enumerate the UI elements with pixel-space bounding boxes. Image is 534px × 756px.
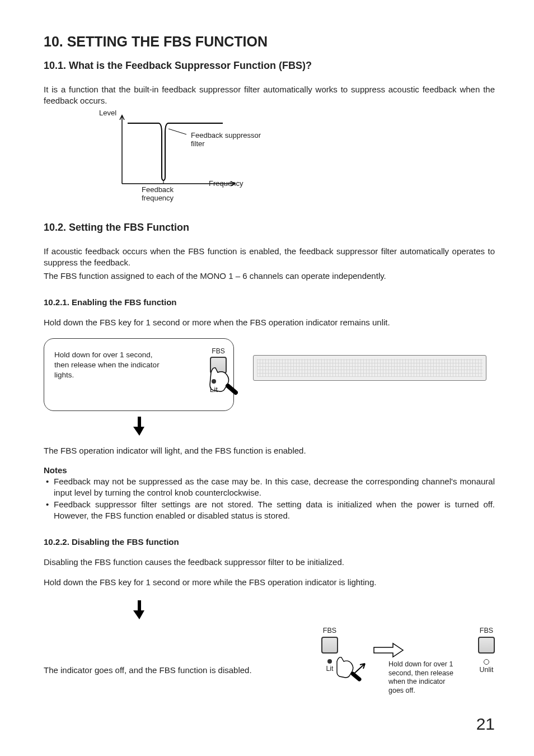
body-10-2b: The FBS function assigned to each of the…	[44, 270, 495, 282]
body-10-2a: If acoustic feedback occurs when the FBS…	[44, 246, 495, 268]
page-title: 10. SETTING THE FBS FUNCTION	[44, 34, 495, 50]
heading-10-1: 10.1. What is the Feedback Suppressor Fu…	[44, 60, 495, 72]
fbs-key-icon	[478, 637, 495, 654]
led-dot-icon	[327, 659, 332, 664]
section-10-2-1: 10.2.1. Enabling the FBS function Hold d…	[44, 297, 495, 522]
led-dot-icon	[212, 379, 216, 384]
arrow-right-icon	[373, 642, 404, 662]
unlit-label: Unlit	[478, 666, 495, 675]
fbs-filter-chart: Level Feedback suppressor filter Feedbac…	[102, 111, 315, 206]
chart-annot-filter-line: Feedback suppressor filter	[191, 131, 275, 148]
notes-label: Notes	[44, 465, 495, 475]
arrow-down-icon	[133, 417, 495, 438]
body-10-1: It is a function that the built-in feedb…	[44, 84, 495, 106]
fbs-label: FBS	[478, 627, 495, 636]
disable-illustration: FBS Lit Hold down for over 1 second	[321, 627, 495, 699]
callout-box: Hold down for over 1 second, then releas…	[44, 338, 234, 411]
chart-xlabel: Frequency	[209, 179, 243, 188]
callout-text: Hold down for over 1 second, then releas…	[54, 350, 163, 381]
body-10-2-2b: Hold down the FBS key for 1 second or mo…	[44, 577, 495, 588]
chart-annot-freq-text: Feedback frequency	[142, 185, 192, 203]
led-lit: Lit	[210, 379, 218, 395]
page-number: 21	[476, 715, 495, 734]
note-item: Feedback may not be suppressed as the ca…	[54, 476, 495, 498]
arrow-down-icon	[133, 600, 495, 622]
fbs-label: FBS	[321, 627, 338, 636]
notes-list: Feedback may not be suppressed as the ca…	[44, 476, 495, 522]
body-10-2-1: Hold down the FBS key for 1 second or mo…	[44, 317, 495, 328]
led-ring-icon	[484, 659, 489, 665]
chart-annot-freq: Feedback frequency	[142, 185, 192, 203]
note-item: Feedback suppressor filter settings are …	[54, 499, 495, 521]
disable-result: The indicator goes off, and the FBS func…	[44, 665, 305, 676]
chart-annot-filter: Feedback suppressor filter	[191, 131, 275, 148]
hold-text: Hold down for over 1 second, then releas…	[388, 660, 461, 696]
body-10-2-2a: Disabling the FBS function causes the fe…	[44, 557, 495, 568]
section-10-1: 10.1. What is the Feedback Suppressor Fu…	[44, 60, 495, 206]
heading-10-2-1: 10.2.1. Enabling the FBS function	[44, 297, 495, 307]
section-10-2: 10.2. Setting the FBS Function If acoust…	[44, 222, 495, 282]
lit-label: Lit	[210, 385, 218, 394]
svg-line-2	[168, 129, 186, 134]
chart-ylabel: Level	[99, 109, 116, 117]
fbs-key-label: FBS	[210, 347, 227, 356]
fbs-key-icon	[321, 637, 338, 654]
enable-illustration: Hold down for over 1 second, then releas…	[44, 338, 495, 411]
section-10-2-2: 10.2.2. Disabling the FBS function Disab…	[44, 537, 495, 699]
enable-result: The FBS operation indicator will light, …	[44, 445, 495, 456]
mixer-panel-illustration	[253, 355, 486, 381]
pointer-arrow-icon	[353, 661, 369, 676]
heading-10-2-2: 10.2.2. Disabling the FBS function	[44, 537, 495, 547]
heading-10-2: 10.2. Setting the FBS Function	[44, 222, 495, 234]
